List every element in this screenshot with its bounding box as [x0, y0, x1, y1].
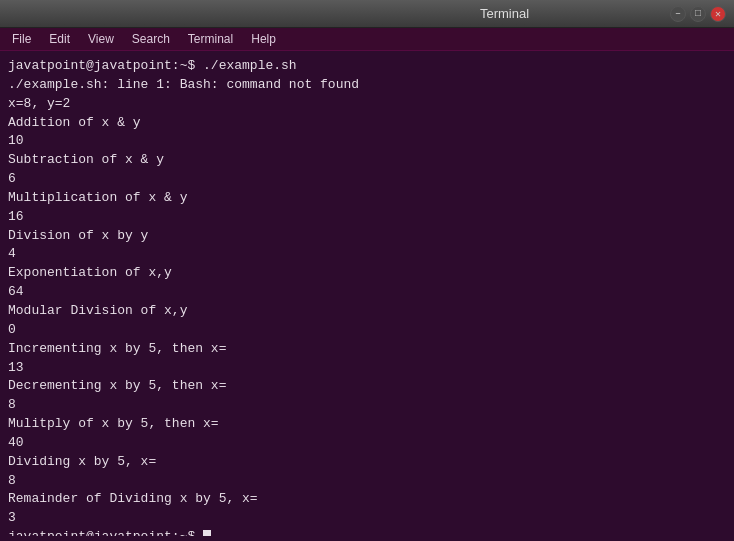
terminal-line: Incrementing x by 5, then x= — [8, 340, 726, 359]
menu-item-file[interactable]: File — [4, 30, 39, 48]
terminal-line: 6 — [8, 170, 726, 189]
close-button[interactable]: ✕ — [710, 6, 726, 22]
menu-item-edit[interactable]: Edit — [41, 30, 78, 48]
terminal-line: Decrementing x by 5, then x= — [8, 377, 726, 396]
title-bar: Terminal – □ ✕ — [0, 0, 734, 28]
terminal-line: 0 — [8, 321, 726, 340]
menu-item-search[interactable]: Search — [124, 30, 178, 48]
terminal-line: 3 — [8, 509, 726, 528]
menu-bar: FileEditViewSearchTerminalHelp — [0, 28, 734, 51]
terminal-line: Dividing x by 5, x= — [8, 453, 726, 472]
terminal-body[interactable]: javatpoint@javatpoint:~$ ./example.sh./e… — [0, 51, 734, 536]
terminal-line: Remainder of Dividing x by 5, x= — [8, 490, 726, 509]
terminal-line: Division of x by y — [8, 227, 726, 246]
window-title: Terminal — [339, 6, 670, 21]
terminal-line: 8 — [8, 472, 726, 491]
terminal-line: 40 — [8, 434, 726, 453]
terminal-line: Modular Division of x,y — [8, 302, 726, 321]
terminal-line: Mulitply of x by 5, then x= — [8, 415, 726, 434]
minimize-button[interactable]: – — [670, 6, 686, 22]
terminal-line: ./example.sh: line 1: Bash: command not … — [8, 76, 726, 95]
window: Terminal – □ ✕ FileEditViewSearchTermina… — [0, 0, 734, 536]
maximize-button[interactable]: □ — [690, 6, 706, 22]
menu-item-terminal[interactable]: Terminal — [180, 30, 241, 48]
terminal-line: 4 — [8, 245, 726, 264]
terminal-line: Exponentiation of x,y — [8, 264, 726, 283]
window-controls: – □ ✕ — [670, 6, 726, 22]
terminal-line: Addition of x & y — [8, 114, 726, 133]
menu-item-help[interactable]: Help — [243, 30, 284, 48]
terminal-line: 8 — [8, 396, 726, 415]
terminal-line: Multiplication of x & y — [8, 189, 726, 208]
terminal-line: 64 — [8, 283, 726, 302]
terminal-line: x=8, y=2 — [8, 95, 726, 114]
terminal-line: 16 — [8, 208, 726, 227]
menu-item-view[interactable]: View — [80, 30, 122, 48]
terminal-line: javatpoint@javatpoint:~$ ./example.sh — [8, 57, 726, 76]
terminal-line: 13 — [8, 359, 726, 378]
terminal-line: Subtraction of x & y — [8, 151, 726, 170]
cursor — [203, 530, 211, 536]
terminal-line: javatpoint@javatpoint:~$ — [8, 528, 726, 536]
terminal-line: 10 — [8, 132, 726, 151]
